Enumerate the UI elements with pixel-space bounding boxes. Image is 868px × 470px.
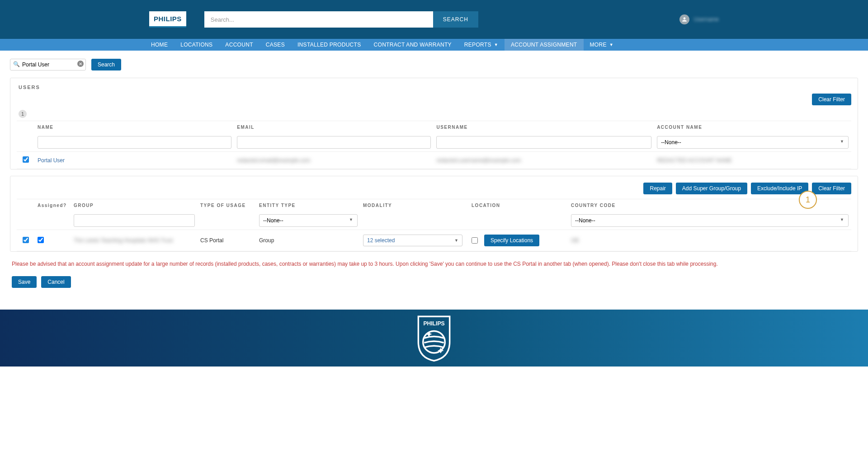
- col-entity-type: ENTITY TYPE: [256, 199, 360, 212]
- main-nav: HOME LOCATIONS ACCOUNT CASES INSTALLED P…: [0, 39, 868, 51]
- user-email-cell: redacted.email@example.com: [237, 157, 310, 164]
- chevron-down-icon: ▼: [454, 238, 458, 243]
- nav-cases[interactable]: CASES: [259, 39, 291, 51]
- filter-group-input[interactable]: [74, 214, 195, 227]
- bottom-actions: Save Cancel: [12, 276, 856, 288]
- modality-select[interactable]: 12 selected ▼: [363, 235, 462, 246]
- global-search-button[interactable]: SEARCH: [433, 11, 478, 28]
- col-account-name: ACCOUNT NAME: [654, 121, 851, 134]
- add-super-group-button[interactable]: Add Super Group/Group: [676, 183, 747, 194]
- nav-contract-warranty[interactable]: CONTRACT AND WARRANTY: [368, 39, 458, 51]
- footer: PHILIPS: [0, 310, 868, 367]
- filter-country-code-select[interactable]: --None--: [571, 214, 849, 227]
- nav-account[interactable]: ACCOUNT: [219, 39, 259, 51]
- users-panel: USERS Clear Filter 1 NAME EMAIL USERNAME…: [10, 78, 858, 169]
- user-name-cell: Portal User: [35, 152, 234, 169]
- entity-type-cell: Group: [256, 230, 360, 251]
- assignment-row: The Leeds Teaching Hospitals NHS Trust C…: [17, 230, 851, 251]
- warning-text: Please be advised that an account assign…: [12, 260, 856, 268]
- avatar-icon: [679, 14, 689, 24]
- user-search-button[interactable]: Search: [91, 59, 121, 70]
- assign-clear-filter-button[interactable]: Clear Filter: [812, 183, 851, 194]
- exclude-include-ip-button[interactable]: Exclude/Include IP: [751, 183, 808, 194]
- col-email: EMAIL: [234, 121, 434, 134]
- filter-account-name-select[interactable]: --None--: [657, 136, 849, 149]
- users-panel-title: USERS: [17, 85, 851, 90]
- filter-username-input[interactable]: [436, 136, 651, 149]
- nav-installed-products[interactable]: INSTALLED PRODUCTS: [291, 39, 368, 51]
- user-search-row: 🔍 ✕ Search: [10, 59, 858, 70]
- annotation-marker-1: 1: [799, 191, 817, 209]
- location-checkbox[interactable]: [472, 237, 478, 244]
- filter-name-input[interactable]: [38, 136, 231, 149]
- modality-selected-text: 12 selected: [367, 237, 395, 244]
- col-modality: MODALITY: [360, 199, 469, 212]
- type-of-usage-cell: CS Portal: [198, 230, 256, 251]
- user-username-cell: redacted.username@example.com: [436, 157, 521, 164]
- clear-icon[interactable]: ✕: [77, 61, 84, 67]
- user-search-field-wrap: 🔍 ✕: [10, 59, 86, 70]
- main-content: 🔍 ✕ Search USERS Clear Filter 1 NAME EMA…: [0, 51, 868, 310]
- country-code-cell: GB: [571, 237, 579, 244]
- col-group: GROUP: [71, 199, 198, 212]
- user-row-checkbox[interactable]: [23, 156, 29, 163]
- col-name: NAME: [35, 121, 234, 134]
- col-type-of-usage: TYPE OF USAGE: [198, 199, 256, 212]
- chevron-down-icon: ▼: [494, 42, 498, 47]
- repair-button[interactable]: Repair: [643, 183, 672, 194]
- users-clear-filter-button[interactable]: Clear Filter: [812, 94, 851, 105]
- chevron-down-icon: ▼: [609, 42, 613, 47]
- global-search: SEARCH: [204, 11, 478, 28]
- nav-account-assignment[interactable]: ACCOUNT ASSIGNMENT: [505, 39, 584, 51]
- nav-more[interactable]: MORE▼: [584, 39, 620, 51]
- users-table: NAME EMAIL USERNAME ACCOUNT NAME --None: [17, 121, 851, 169]
- logo-text: PHILIPS: [154, 15, 182, 23]
- group-cell: The Leeds Teaching Hospitals NHS Trust: [74, 237, 173, 244]
- user-row: Portal User redacted.email@example.com r…: [17, 152, 851, 169]
- nav-reports[interactable]: REPORTS▼: [458, 39, 505, 51]
- search-icon: 🔍: [13, 61, 20, 67]
- nav-home[interactable]: HOME: [145, 39, 174, 51]
- philips-shield-logo: PHILIPS: [414, 315, 454, 362]
- global-search-input[interactable]: [204, 11, 433, 28]
- specify-locations-button[interactable]: Specify Locations: [484, 235, 539, 246]
- save-button[interactable]: Save: [12, 276, 37, 288]
- assignment-row-checkbox[interactable]: [23, 237, 29, 243]
- assignment-panel: Repair Add Super Group/Group Exclude/Inc…: [10, 176, 858, 252]
- col-assigned: Assigned?: [35, 199, 71, 212]
- profile-menu[interactable]: Username: [679, 14, 719, 24]
- users-page-badge[interactable]: 1: [19, 110, 27, 118]
- svg-text:PHILIPS: PHILIPS: [423, 320, 444, 327]
- col-username: USERNAME: [434, 121, 654, 134]
- filter-email-input[interactable]: [237, 136, 431, 149]
- header-bar: PHILIPS SEARCH Username: [0, 0, 868, 39]
- assigned-checkbox[interactable]: [38, 237, 44, 243]
- cancel-button[interactable]: Cancel: [41, 276, 71, 288]
- profile-username: Username: [694, 16, 719, 23]
- user-account-cell: REDACTED ACCOUNT NAME: [657, 157, 732, 164]
- filter-entity-type-select[interactable]: --None--: [259, 214, 358, 227]
- assignment-table: Assigned? GROUP TYPE OF USAGE ENTITY TYP…: [17, 199, 851, 251]
- col-location: LOCATION: [469, 199, 568, 212]
- user-search-input[interactable]: [10, 59, 86, 70]
- nav-locations[interactable]: LOCATIONS: [174, 39, 219, 51]
- philips-logo: PHILIPS: [149, 11, 186, 28]
